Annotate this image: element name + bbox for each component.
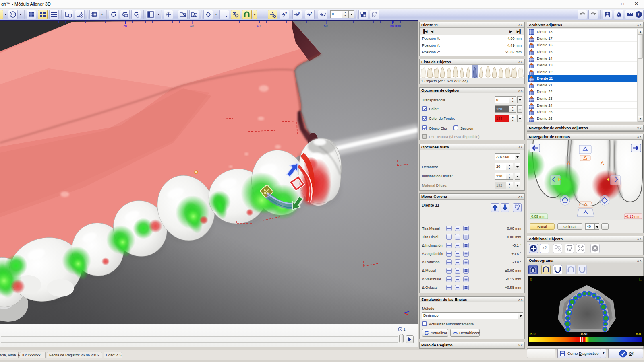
svg-text:-0.13 mm: -0.13 mm — [625, 214, 640, 218]
svg-text:20: 20 — [123, 24, 127, 28]
svg-text:0.09 mm: 0.09 mm — [531, 214, 545, 218]
svg-text:R: R — [530, 278, 533, 282]
svg-text:L: L — [639, 278, 642, 282]
svg-text:-0.51: -0.51 — [580, 332, 588, 336]
svg-text:z: z — [311, 11, 312, 15]
svg-text:-5.0: -5.0 — [529, 332, 536, 336]
svg-text:?: ? — [638, 12, 640, 17]
svg-text:40: 40 — [257, 24, 261, 28]
svg-text:y: y — [298, 11, 300, 15]
svg-text:30: 30 — [190, 24, 194, 28]
svg-text:60 mm: 60 mm — [390, 24, 401, 28]
svg-text:5.0: 5.0 — [636, 332, 641, 336]
svg-text:x: x — [285, 11, 287, 15]
svg-text:50: 50 — [324, 24, 328, 28]
